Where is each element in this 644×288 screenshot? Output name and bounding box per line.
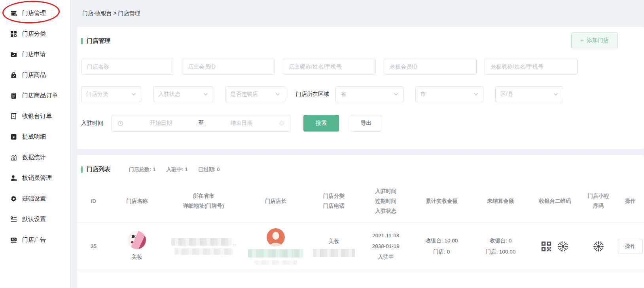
sidebar-item-data-statistics[interactable]: 数据统计 <box>0 147 70 168</box>
stat-active: 入驻中: 1 <box>166 166 188 173</box>
search-button[interactable]: 搜索 <box>303 115 339 132</box>
sidebar-item-basic-settings[interactable]: 基础设置 <box>0 188 70 209</box>
yen-icon: ¥ <box>10 134 17 140</box>
cell-cashier-qr <box>530 240 580 252</box>
main-content: 门店-收银台 > 门店管理 门店管理 + 添加门店 门店分类 入驻状态 <box>70 0 644 288</box>
cell-category-phone: 美妆 <box>309 236 360 257</box>
cell-miniprogram-code <box>580 240 617 252</box>
stat-expired: 已过期: 0 <box>198 166 220 173</box>
sidebar-item-label: 门店分类 <box>22 30 46 38</box>
redacted-address-line2 <box>174 248 233 255</box>
filter-row-selects: 门店分类 入驻状态 是否连锁店 门店所在区域 省 市 区/县 <box>81 86 636 102</box>
svg-text:¥: ¥ <box>13 135 15 139</box>
title-accent-bar <box>81 38 83 44</box>
sidebar-item-label: 门店申请 <box>22 51 46 58</box>
sidebar-item-cashier-orders[interactable]: 收银台订单 <box>0 106 70 126</box>
col-entry-status: 入驻时间过期时间入驻状态 <box>360 187 412 216</box>
store-list-title: 门店列表 <box>87 166 110 173</box>
entry-time-label: 入驻时间 <box>81 120 103 127</box>
store-name-input[interactable] <box>81 59 174 74</box>
sidebar-item-store-category[interactable]: 门店分类 <box>0 23 70 44</box>
boss-member-id-input[interactable] <box>384 59 477 74</box>
store-name-text: 美妆 <box>132 252 142 262</box>
filter-row-date: 入驻时间 开始日期 至 结束日期 搜索 导出 <box>81 115 636 132</box>
select-placeholder: 门店分类 <box>86 91 108 98</box>
sidebar-item-verifier-management[interactable]: 核销员管理 <box>0 168 70 188</box>
store-avatar <box>128 231 146 249</box>
redacted-manager-extra <box>254 260 297 265</box>
entry-status-select[interactable]: 入驻状态 <box>153 86 213 102</box>
start-date-placeholder[interactable]: 开始日期 <box>123 120 199 127</box>
received-store: 门店: 0 <box>433 247 450 257</box>
boss-nickname-input[interactable] <box>485 59 578 74</box>
chain-store-select[interactable]: 是否连锁店 <box>225 86 285 102</box>
select-placeholder: 省 <box>341 91 346 98</box>
category-text: 美妆 <box>329 236 339 246</box>
store-stats: 门店总数: 1 入驻中: 1 已过期: 0 <box>129 166 220 173</box>
redacted-address-line1 <box>171 238 231 246</box>
cell-entry-status: 2021-11-03 2038-01-19 入驻中 <box>360 231 412 262</box>
store-category-select[interactable]: 门店分类 <box>81 86 141 102</box>
storefront-icon <box>10 10 17 17</box>
sidebar-item-store-ads[interactable]: AD 门店广告 <box>0 229 70 250</box>
sidebar-item-label: 基础设置 <box>22 195 46 202</box>
add-store-button[interactable]: + 添加门店 <box>571 32 618 48</box>
chevron-down-icon <box>203 93 208 96</box>
title-accent-bar <box>81 166 83 173</box>
bag-icon <box>10 72 17 78</box>
owner-member-id-input[interactable] <box>182 59 275 74</box>
sidebar-item-label: 门店商品 <box>22 71 46 79</box>
qr-code-icon[interactable] <box>541 241 552 252</box>
table-row: 35 美妆 .. 美妆 2021-11-03 2038-01-19 入 <box>77 223 644 270</box>
col-category-phone: 门店分类门店电话 <box>309 191 360 211</box>
unsettled-store: 门店: 100.00 <box>486 247 516 257</box>
sidebar-item-default-settings[interactable]: 默认设置 <box>0 209 70 229</box>
row-action-button[interactable]: 操作 <box>618 239 643 254</box>
cell-manager <box>243 228 309 265</box>
col-received: 累计实收金额 <box>412 196 471 206</box>
col-action: 操作 <box>617 196 644 206</box>
cell-unsettled: 收银台: 0 门店: 100.00 <box>471 236 530 257</box>
unsettled-cashier: 收银台: 0 <box>490 236 512 246</box>
sidebar-item-label: 门店管理 <box>22 10 46 17</box>
select-placeholder: 是否连锁店 <box>230 91 258 98</box>
sidebar-item-label: 收银台订单 <box>22 113 52 120</box>
filter-card-title: 门店管理 <box>87 37 110 45</box>
gear-icon <box>10 195 17 202</box>
sidebar-item-label: 默认设置 <box>22 216 46 223</box>
province-select[interactable]: 省 <box>335 86 403 102</box>
sidebar-item-label: 数据统计 <box>22 154 46 161</box>
district-select[interactable]: 区/县 <box>495 86 563 102</box>
stat-total: 门店总数: 1 <box>129 166 155 173</box>
col-address: 所在省市详细地址(门牌号) <box>164 191 243 211</box>
date-separator: 至 <box>199 120 204 127</box>
chevron-down-icon <box>275 93 280 96</box>
loading-spinner-icon <box>279 120 284 126</box>
miniprogram-code-icon[interactable] <box>557 240 569 252</box>
sidebar-item-goods-orders[interactable]: 门店商品订单 <box>0 85 70 106</box>
select-placeholder: 入驻状态 <box>158 91 180 98</box>
clipboard-icon <box>10 92 17 99</box>
sidebar-item-label: 门店广告 <box>22 236 46 244</box>
breadcrumb: 门店-收银台 > 门店管理 <box>70 0 644 17</box>
sidebar-item-store-goods[interactable]: 门店商品 <box>0 65 70 85</box>
export-button[interactable]: 导出 <box>351 115 381 132</box>
cell-store-name: 美妆 <box>110 231 164 262</box>
col-cashier-qr: 收银台二维码 <box>530 196 580 206</box>
filter-row-text <box>81 59 636 74</box>
city-select[interactable]: 市 <box>415 86 483 102</box>
sidebar-item-store-management[interactable]: 门店管理 <box>0 3 70 23</box>
date-range-input[interactable]: 开始日期 至 结束日期 <box>112 115 290 132</box>
sidebar-item-commission-detail[interactable]: ¥ 提成明细 <box>0 126 70 147</box>
end-date-placeholder[interactable]: 结束日期 <box>204 120 279 127</box>
sidebar-item-store-application[interactable]: 门店申请 <box>0 44 70 65</box>
add-store-label: 添加门店 <box>587 37 609 44</box>
ad-icon: AD <box>10 237 17 243</box>
owner-nickname-input[interactable] <box>283 59 376 74</box>
miniprogram-code-icon[interactable] <box>593 240 604 252</box>
col-unsettled: 未结算金额 <box>471 196 530 206</box>
expire-date: 2038-01-19 <box>372 241 400 252</box>
status-text: 入驻中 <box>378 252 394 262</box>
chevron-down-icon <box>474 93 478 96</box>
grid-icon <box>10 31 17 37</box>
